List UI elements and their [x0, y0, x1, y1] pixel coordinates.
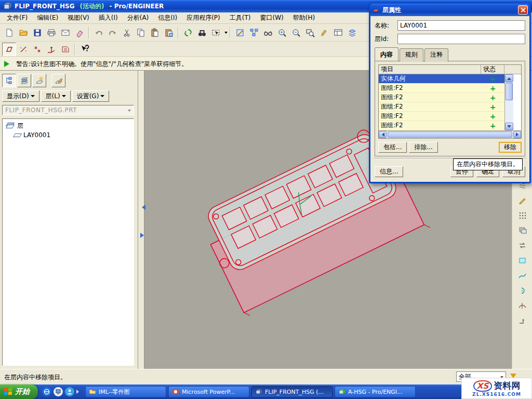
internet-explorer-icon[interactable]: [42, 387, 51, 396]
panel-sash[interactable]: [138, 71, 144, 369]
copy-button[interactable]: [134, 26, 148, 39]
menu-analysis[interactable]: 分析(A): [123, 12, 154, 24]
menu-view[interactable]: 视图(V): [63, 12, 94, 24]
scroll-right-button[interactable]: [513, 131, 521, 138]
layer-id-input[interactable]: [397, 34, 525, 44]
table-row-quilt[interactable]: 面组:F2+: [379, 84, 504, 93]
expand-right-icon[interactable]: [140, 233, 147, 238]
component-graph-button[interactable]: [247, 26, 261, 39]
cut-button[interactable]: [119, 26, 134, 39]
print-button[interactable]: [44, 26, 58, 39]
menu-window[interactable]: 窗口(W): [256, 12, 288, 24]
mail-button[interactable]: [58, 26, 72, 39]
paste-special-button[interactable]: [162, 26, 176, 39]
vertical-scrollbar[interactable]: [504, 74, 513, 130]
name-input[interactable]: [397, 20, 525, 31]
datum-plane-icon: [5, 45, 14, 54]
search-button[interactable]: [195, 26, 209, 39]
erase-button[interactable]: [72, 26, 86, 39]
zoom-out-button[interactable]: [289, 26, 303, 39]
model-combo[interactable]: FLIP_FRONT_HSG.PRT: [2, 105, 134, 115]
menu-tools[interactable]: 工具(T): [225, 12, 256, 24]
tab-notes[interactable]: 注释: [424, 48, 448, 62]
undo-button[interactable]: [91, 26, 105, 39]
task-flip-front-hsg[interactable]: FLIP_FRONT_HSG (...: [251, 386, 332, 397]
datum-plane-toggle[interactable]: [2, 43, 16, 56]
task-a-hsg[interactable]: A-HSG - Pro/ENGI...: [335, 386, 416, 397]
revolve-tool-button[interactable]: [515, 284, 529, 297]
zoom-in-button[interactable]: [275, 26, 289, 39]
trim-tool-button[interactable]: [515, 299, 529, 312]
include-button[interactable]: 包括...: [378, 142, 407, 153]
messenger-icon[interactable]: [65, 387, 74, 396]
extend-tool-button[interactable]: [515, 314, 529, 327]
pattern-tool-button[interactable]: [515, 209, 529, 222]
info-button[interactable]: 信息...: [375, 166, 403, 177]
style-tool-button[interactable]: [515, 194, 529, 207]
table-row-quilt[interactable]: 面组:F2+: [379, 102, 504, 112]
menu-applications[interactable]: 应用程序(P): [182, 12, 225, 24]
header-status[interactable]: 状态: [481, 65, 504, 74]
menu-edit[interactable]: 编辑(E): [32, 12, 63, 24]
tab-contents[interactable]: 内容: [375, 47, 398, 61]
annotation-toggle[interactable]: [58, 43, 72, 56]
layer-menu-button[interactable]: 层(L): [41, 90, 71, 102]
layer-stack-tool-button[interactable]: [515, 224, 529, 237]
context-help-button[interactable]: [77, 43, 91, 56]
fill-surface-button[interactable]: [515, 254, 529, 267]
display-settings-button[interactable]: [261, 26, 275, 39]
dialog-title-bar[interactable]: 层属性: [370, 4, 530, 16]
view-manager-button[interactable]: [331, 26, 345, 39]
swap-tool-button[interactable]: [515, 239, 529, 252]
save-button[interactable]: [30, 26, 44, 39]
scroll-down-button[interactable]: [505, 123, 513, 130]
select-dropdown-caret[interactable]: [224, 32, 228, 35]
scroll-thumb[interactable]: [506, 83, 513, 100]
overflow-chevron-icon[interactable]: [76, 390, 81, 394]
tree-node-lay0001[interactable]: LAY0001: [4, 130, 132, 140]
show-desktop-icon[interactable]: [54, 387, 63, 396]
table-row-solid-geometry[interactable]: 实体几何+: [379, 74, 504, 84]
open-button[interactable]: [16, 26, 30, 39]
exclude-button[interactable]: 排除...: [409, 142, 437, 153]
menu-file[interactable]: 文件(F): [2, 12, 32, 24]
layer-edit-button[interactable]: [51, 74, 65, 87]
tab-rules[interactable]: 规则: [400, 48, 423, 62]
start-button[interactable]: 开始: [0, 384, 38, 399]
repaint-button[interactable]: [317, 26, 331, 39]
scroll-left-button[interactable]: [379, 131, 387, 138]
datum-csys-toggle[interactable]: [44, 43, 58, 56]
boundary-curve-button[interactable]: [515, 269, 529, 282]
collapse-left-icon[interactable]: [139, 205, 145, 210]
menu-info[interactable]: 信息(I): [153, 12, 182, 24]
tree-view-button[interactable]: [2, 74, 16, 87]
horizontal-scrollbar[interactable]: [379, 130, 521, 138]
header-item[interactable]: 项目: [379, 65, 481, 74]
layers-button[interactable]: [345, 26, 359, 39]
remove-button[interactable]: 移除: [499, 142, 522, 153]
scroll-up-button[interactable]: [505, 74, 513, 82]
table-row-quilt[interactable]: 面组:F2+: [379, 112, 504, 121]
new-layer-button[interactable]: [32, 74, 46, 87]
show-menu-button[interactable]: 显示(D): [2, 90, 39, 102]
scroll-thumb[interactable]: [388, 131, 512, 138]
datum-axis-toggle[interactable]: [16, 43, 30, 56]
menu-insert[interactable]: 插入(I): [94, 12, 123, 24]
table-row-quilt[interactable]: 面组:F2+: [379, 93, 504, 102]
new-file-button[interactable]: [2, 26, 16, 39]
settings-menu-button[interactable]: 设置(G): [72, 90, 110, 102]
layer-display-button[interactable]: [17, 74, 31, 87]
regenerate-button[interactable]: [181, 26, 195, 39]
table-row-quilt[interactable]: 面组:F2+: [379, 121, 504, 130]
select-box-button[interactable]: [209, 26, 223, 39]
task-powerpoint[interactable]: Microsoft PowerP...: [168, 386, 249, 397]
redo-button[interactable]: [105, 26, 119, 39]
paste-button[interactable]: [148, 26, 162, 39]
menu-help[interactable]: 帮助(H): [288, 12, 320, 24]
zoom-fit-button[interactable]: [303, 26, 317, 39]
task-folder-window[interactable]: IML--零件图: [85, 386, 166, 397]
dialog-close-button[interactable]: [518, 5, 528, 15]
tree-node-layers[interactable]: 层: [4, 121, 132, 130]
sketch-button[interactable]: [233, 26, 247, 39]
datum-point-toggle[interactable]: [30, 43, 44, 56]
